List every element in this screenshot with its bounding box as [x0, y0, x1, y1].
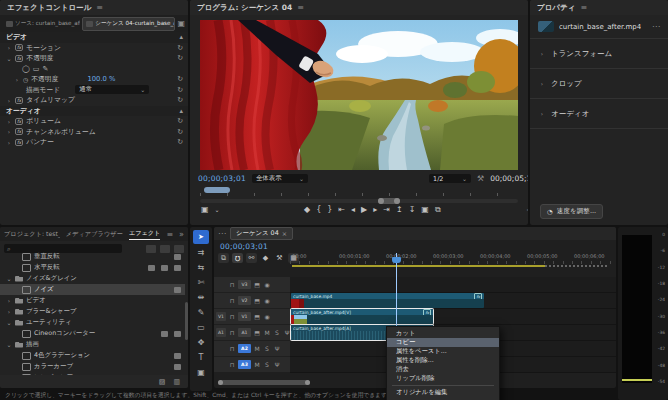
- twirl-icon[interactable]: ›: [6, 139, 12, 146]
- solo-icon[interactable]: S: [273, 329, 281, 336]
- lock-icon[interactable]: ⊓: [228, 281, 236, 288]
- effect-channel-volume[interactable]: › fx チャンネルボリューム ↻: [0, 127, 188, 138]
- eye-icon[interactable]: ◉: [263, 313, 271, 320]
- menu-item-copy[interactable]: コピー: [387, 338, 499, 347]
- tab-sequence-clip[interactable]: シーケンス 04-curtain_base_after.mp4: [82, 17, 175, 31]
- mic-icon[interactable]: Ψ: [273, 345, 281, 352]
- lock-icon[interactable]: ⊓: [228, 297, 236, 304]
- scrollbar-horizontal[interactable]: [218, 380, 310, 385]
- overflow-tabs-icon[interactable]: »: [179, 230, 184, 239]
- track-header-v1[interactable]: V1 ⊓ V1 ⬒ ◉: [214, 309, 291, 324]
- clip-curtain-base-after-video[interactable]: curtain_base_after.mp4[V] fx: [291, 309, 433, 324]
- reset-icon[interactable]: ↻: [177, 54, 183, 62]
- timeline-ruler[interactable]: 00;00 00;00;01;00 00;00;02;00 00;00;03;0…: [290, 251, 616, 264]
- adjust-speed-chip[interactable]: ◔ 速度を調整...: [540, 204, 603, 219]
- sync-lock-icon[interactable]: ⬒: [253, 329, 261, 336]
- reset-icon[interactable]: ↻: [177, 128, 183, 136]
- mark-out-button[interactable]: }: [324, 206, 335, 214]
- reset-icon[interactable]: ↻: [177, 75, 183, 83]
- audio-section-header[interactable]: オーディオ ▴: [0, 106, 188, 117]
- rect-mask-icon[interactable]: ▭: [33, 65, 40, 73]
- work-area-bar[interactable]: [292, 265, 545, 267]
- properties-clip-row[interactable]: curtain_base_after.mp4 ⋯: [530, 15, 668, 38]
- effect-item[interactable]: 4色グラデーション: [0, 350, 185, 361]
- effect-folder[interactable]: › ブラー&シャープ: [0, 306, 185, 317]
- collapse-icon[interactable]: ▴: [179, 33, 183, 41]
- display-settings-button[interactable]: ▣: [198, 206, 212, 214]
- menu-item-cut[interactable]: カット: [387, 329, 499, 338]
- rectangle-tool[interactable]: ▭: [193, 320, 209, 334]
- solo-icon[interactable]: S: [263, 361, 271, 368]
- mic-icon[interactable]: Ψ: [273, 361, 281, 368]
- playback-resolution-dropdown[interactable]: 1/2 ⌄: [429, 174, 471, 183]
- track-name-v1[interactable]: V1: [238, 312, 251, 321]
- step-forward-button[interactable]: ▸: [370, 206, 380, 214]
- delete-icon[interactable]: ▥: [173, 378, 180, 386]
- effect-motion[interactable]: › fx モーション ↻: [0, 43, 188, 54]
- fit-dropdown[interactable]: 全体表示 ⌄: [252, 174, 308, 183]
- tab-effects[interactable]: エフェクト: [129, 229, 161, 240]
- reset-icon[interactable]: ↻: [177, 117, 183, 125]
- effect-time-remap[interactable]: › fx タイムリマップ ↻: [0, 95, 188, 106]
- effect-panner[interactable]: › fx パンナー ↻: [0, 137, 188, 148]
- track-name-a2[interactable]: A2: [238, 344, 251, 353]
- source-patch-a1[interactable]: A1: [216, 328, 226, 337]
- clip-curtain-base[interactable]: curtain_base.mp4 fx: [291, 293, 484, 308]
- effect-volume[interactable]: › fx ボリューム ↻: [0, 116, 188, 127]
- track-lane-v3[interactable]: [290, 277, 616, 293]
- reset-icon[interactable]: ↻: [177, 96, 183, 104]
- section-audio[interactable]: › オーディオ: [530, 98, 668, 129]
- lock-icon[interactable]: ⊓: [228, 329, 236, 336]
- tab-media-browser[interactable]: メディアブラウザー: [66, 230, 123, 239]
- nest-toggle-icon[interactable]: ⧉: [218, 253, 229, 263]
- effect-folder[interactable]: ⌄ ユーティリティ: [0, 317, 185, 328]
- twirl-icon[interactable]: ⌄: [6, 341, 12, 348]
- timeline-settings-wrench-icon[interactable]: ⚒: [274, 253, 285, 263]
- effect-item[interactable]: 水平反転: [0, 262, 185, 273]
- comparison-view-button[interactable]: ⧉: [432, 206, 444, 214]
- twirl-icon[interactable]: ›: [6, 128, 12, 135]
- export-frame-button[interactable]: ▣: [418, 206, 432, 214]
- blend-mode-dropdown[interactable]: 通常 ⌄: [75, 85, 149, 94]
- effect-folder[interactable]: › ビデオ: [0, 295, 185, 306]
- sync-lock-icon[interactable]: ⬒: [253, 313, 261, 320]
- twirl-icon[interactable]: ›: [6, 308, 12, 315]
- menu-item-clear[interactable]: 消去: [387, 365, 499, 374]
- stopwatch-icon[interactable]: ◷: [23, 76, 28, 83]
- effect-opacity-group[interactable]: ⌄ fx 不透明度 ↻: [0, 53, 188, 64]
- hand-tool[interactable]: ✥: [193, 335, 209, 349]
- type-tool[interactable]: T: [193, 350, 209, 364]
- track-select-tool[interactable]: ⇉: [193, 245, 209, 259]
- twirl-icon[interactable]: ›: [6, 97, 12, 104]
- add-marker-icon[interactable]: ◆: [260, 253, 271, 263]
- panel-menu-icon[interactable]: ≡: [580, 3, 587, 12]
- pin-icon[interactable]: ▣: [177, 19, 185, 28]
- effect-item[interactable]: 垂直反転: [0, 251, 185, 262]
- effect-folder[interactable]: ⌄ ノイズ&グレイン: [0, 273, 185, 284]
- ellipse-mask-icon[interactable]: ◯: [22, 65, 30, 73]
- add-marker-button[interactable]: ◆: [301, 206, 313, 214]
- track-name-v3[interactable]: V3: [238, 280, 251, 289]
- tab-project[interactable]: プロジェクト: test_inami.pachira: [4, 230, 60, 239]
- go-to-out-button[interactable]: ⇥: [380, 206, 393, 214]
- panel-menu-icon[interactable]: ≡: [166, 230, 173, 239]
- track-name-a1[interactable]: A1: [238, 328, 251, 337]
- eye-icon[interactable]: ◉: [263, 297, 271, 304]
- button-editor-plus[interactable]: ＋: [522, 206, 528, 214]
- go-to-in-button[interactable]: ⇤: [335, 206, 348, 214]
- track-header-a3[interactable]: ⊓ A3 M S Ψ: [214, 357, 291, 372]
- reset-icon[interactable]: ↻: [177, 44, 183, 52]
- eye-icon[interactable]: ◉: [263, 281, 271, 288]
- twirl-icon[interactable]: ›: [6, 297, 12, 304]
- section-transform[interactable]: › トランスフォーム: [530, 38, 668, 68]
- menu-item-ripple-delete[interactable]: リップル削除: [387, 374, 499, 383]
- ripple-edit-tool[interactable]: ⇆: [193, 260, 209, 274]
- twirl-icon[interactable]: ⌄: [6, 319, 12, 326]
- sync-lock-icon[interactable]: ⬒: [253, 281, 261, 288]
- track-header-a1[interactable]: A1 ⊓ A1 ⬒ M S Ψ: [214, 325, 291, 340]
- program-scrubber[interactable]: [200, 189, 518, 196]
- effect-item[interactable]: Cineonコンバーター: [0, 328, 185, 339]
- lock-icon[interactable]: ⊓: [228, 345, 236, 352]
- effect-item[interactable]: カラーカーブ: [0, 361, 185, 372]
- reset-icon[interactable]: ↻: [177, 138, 183, 146]
